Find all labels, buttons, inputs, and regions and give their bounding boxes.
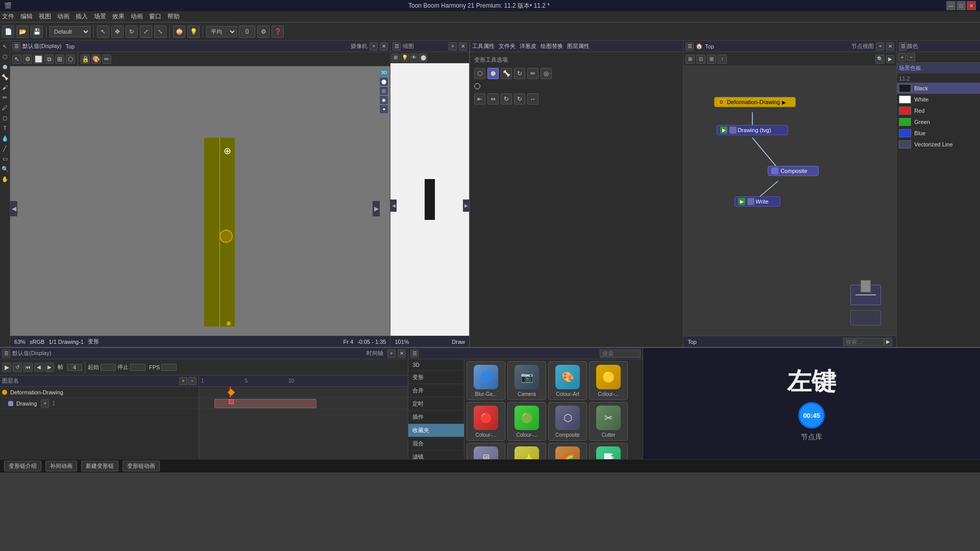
node-search-input[interactable]: [843, 338, 884, 346]
camera-add-btn[interactable]: +: [370, 42, 378, 51]
tab-onion[interactable]: 洋葱皮: [520, 42, 536, 50]
mini-light-btn[interactable]: 💡: [401, 54, 409, 62]
quality-dropdown[interactable]: 平均: [206, 26, 237, 37]
layer-row-deform[interactable]: Deformation-Drawing: [0, 387, 199, 398]
menu-window[interactable]: 窗口: [149, 12, 161, 21]
move-tool[interactable]: ✥: [111, 26, 124, 38]
view-btn-4[interactable]: ◉: [380, 96, 388, 104]
tab-layer-props[interactable]: 图层属性: [567, 42, 590, 50]
tl-close-btn[interactable]: ✕: [398, 349, 406, 358]
node-view[interactable]: D Deformation-Drawing ▶ ▶ Drawing (tvg) …: [683, 66, 896, 336]
menu-insert[interactable]: 插入: [76, 12, 88, 21]
maximize-button[interactable]: □: [957, 1, 966, 10]
color-menu-btn[interactable]: ☰: [899, 42, 907, 51]
scene-dropdown[interactable]: Default: [50, 26, 90, 37]
prop-icon-2[interactable]: ⬢: [487, 68, 499, 79]
node-zoom-in[interactable]: ⊞: [707, 55, 716, 64]
fx-item-glow[interactable]: ✨ Glow: [507, 443, 546, 459]
deform-lt[interactable]: ⬢: [1, 62, 10, 71]
tl-start-input[interactable]: 1: [101, 364, 116, 371]
menu-animation[interactable]: 动画: [57, 12, 69, 21]
color-item-black[interactable]: Black: [897, 83, 980, 94]
mini-right-btn[interactable]: ▶: [463, 199, 469, 212]
layer-row-drawing[interactable]: Drawing + 1: [0, 398, 199, 409]
camera-view[interactable]: ⊕ 3D ⬤ ◎ ◉ ● ◀ ▶: [10, 66, 390, 336]
cam-arrow[interactable]: ↖: [12, 55, 21, 64]
cam-color[interactable]: 🎨: [91, 55, 101, 64]
fx-item-camera[interactable]: 📷 Camera: [507, 361, 546, 400]
text-lt[interactable]: T: [1, 123, 10, 133]
contour-lt[interactable]: ⬡: [1, 52, 10, 61]
window-controls[interactable]: — □ ✕: [946, 1, 976, 10]
fx-sidebar-3d[interactable]: 3D: [408, 359, 464, 371]
brush-lt[interactable]: ✏: [1, 93, 10, 102]
menu-effects[interactable]: 效果: [112, 12, 125, 21]
status-btn-tween[interactable]: 补间动画: [45, 461, 77, 471]
fx-item-blur[interactable]: 🌀 Blur-Ga...: [467, 361, 505, 400]
right-scroll-btn[interactable]: ▶: [373, 201, 380, 216]
node-status-expand[interactable]: ▶: [884, 338, 892, 346]
mini-extra-btn[interactable]: ⬤: [419, 54, 427, 62]
mini-eye-btn[interactable]: 👁: [410, 54, 418, 62]
fx-sidebar-blend[interactable]: 混合: [408, 437, 464, 450]
cam-sym[interactable]: ⬡: [66, 55, 75, 64]
eyedrop-lt[interactable]: 💧: [1, 134, 10, 143]
prop-icon-1[interactable]: ⬡: [474, 68, 485, 79]
zoom-value[interactable]: 0: [239, 26, 255, 38]
node-navigate[interactable]: ↑: [718, 55, 727, 64]
eraser-lt[interactable]: ◻: [1, 113, 10, 122]
fx-item-cutter[interactable]: ✂ Cutter: [589, 402, 628, 441]
tl-back[interactable]: ⏮: [23, 363, 33, 372]
tab-drawing-sub[interactable]: 绘图替换: [541, 42, 563, 50]
prop-icon-4[interactable]: ↻: [514, 68, 525, 79]
menu-edit[interactable]: 编辑: [20, 12, 33, 21]
align-right[interactable]: ↻: [501, 93, 512, 105]
zoom-lt[interactable]: 🔍: [1, 164, 10, 173]
timer-badge[interactable]: 00:45: [798, 402, 825, 429]
cam-settings[interactable]: ⚙: [23, 55, 32, 64]
tl-end-input[interactable]: 60: [130, 364, 145, 371]
cam-brush[interactable]: ✏: [102, 55, 111, 64]
mini-menu-btn[interactable]: ☰: [393, 42, 401, 51]
onion-button[interactable]: 🧅: [173, 26, 185, 38]
3d-view-btn[interactable]: 3D: [380, 68, 388, 77]
node-deform[interactable]: D Deformation-Drawing ▶: [714, 97, 796, 107]
bone-lt[interactable]: 🦴: [1, 72, 10, 82]
open-button[interactable]: 📂: [16, 26, 29, 38]
node-add-btn[interactable]: +: [876, 42, 884, 51]
tl-next[interactable]: ▶: [45, 363, 54, 372]
color-sub-btn[interactable]: −: [907, 53, 915, 61]
color-item-blue[interactable]: Blue: [897, 128, 980, 139]
layer-drawing-add[interactable]: +: [41, 399, 49, 408]
menu-help[interactable]: 帮助: [167, 12, 180, 21]
rect-lt[interactable]: ▭: [1, 154, 10, 163]
color-item-green[interactable]: Green: [897, 116, 980, 128]
menu-file[interactable]: 文件: [2, 12, 14, 21]
fx-item-composite[interactable]: ⬡ Composite: [548, 402, 587, 441]
node-drawing[interactable]: ▶ Drawing (tvg): [717, 125, 788, 135]
status-btn-new-chain[interactable]: 新建变形链: [81, 461, 118, 471]
tl-menu-btn[interactable]: ☰: [2, 349, 10, 358]
save-button[interactable]: 💾: [31, 26, 43, 38]
tl-prev[interactable]: ◀: [34, 363, 43, 372]
fx-item-colour-r[interactable]: 🔴 Colour-...: [467, 402, 505, 441]
close-button[interactable]: ✕: [967, 1, 976, 10]
fx-search-input[interactable]: [600, 349, 641, 358]
align-mid[interactable]: ↔: [527, 93, 538, 105]
node-select-all[interactable]: ⊞: [685, 55, 695, 64]
select-lt[interactable]: ↖: [1, 42, 10, 51]
view-btn-5[interactable]: ●: [380, 105, 388, 113]
mini-left-btn[interactable]: ◀: [390, 199, 397, 212]
color-item-vectorized[interactable]: Vectorized Line: [897, 139, 980, 150]
tl-fps-input[interactable]: 24: [161, 364, 177, 371]
top-handle[interactable]: ⊕: [224, 145, 231, 157]
fx-menu-btn[interactable]: ☰: [410, 349, 419, 358]
cam-grid[interactable]: ⊞: [55, 55, 64, 64]
new-button[interactable]: 📄: [2, 26, 14, 38]
node-menu-btn[interactable]: ☰: [685, 42, 694, 51]
mini-grid-btn[interactable]: ⊞: [391, 54, 400, 62]
fx-sidebar-deform[interactable]: 变形: [408, 371, 464, 384]
line-lt[interactable]: ╱: [1, 144, 10, 153]
fx-item-layer[interactable]: 📑 Layer-S...: [589, 443, 628, 459]
hand-lt[interactable]: ✋: [1, 174, 10, 184]
